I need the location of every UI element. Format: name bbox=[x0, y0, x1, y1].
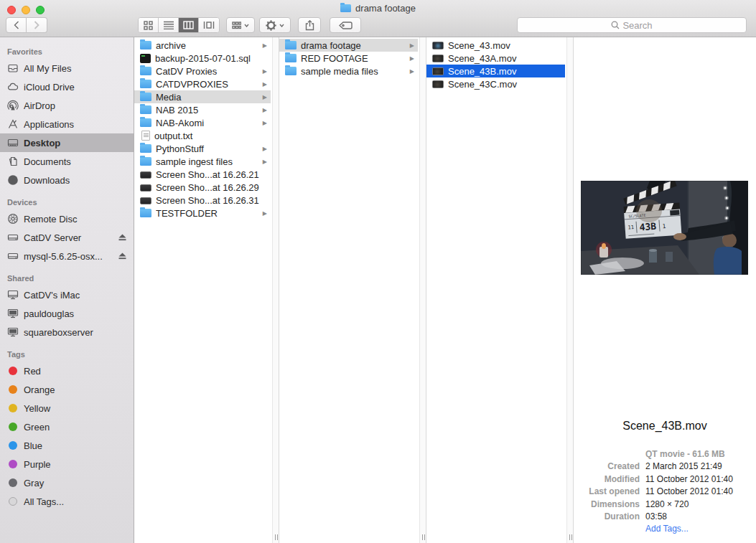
sidebar-tag-green[interactable]: Green bbox=[0, 417, 134, 436]
file-row-catdvproxies[interactable]: CATDVPROXIES▶ bbox=[134, 77, 271, 90]
sidebar-item-pauldouglas[interactable]: pauldouglas bbox=[0, 304, 134, 323]
sidebar-item-desktop[interactable]: Desktop bbox=[0, 133, 134, 152]
search-placeholder: Search bbox=[622, 20, 652, 31]
tag-circle-red bbox=[9, 367, 17, 375]
forward-button[interactable] bbox=[27, 17, 47, 33]
preview-info: QT movie - 61.6 MB Created2 March 2015 2… bbox=[574, 448, 756, 536]
sidebar-tag-red[interactable]: Red bbox=[0, 362, 134, 380]
section-header-favorites: Favorites bbox=[0, 43, 134, 59]
folder-icon bbox=[140, 157, 151, 166]
sidebar-tag-blue[interactable]: Blue bbox=[0, 436, 134, 455]
minimize-button[interactable] bbox=[22, 6, 30, 14]
folder-icon bbox=[140, 93, 151, 101]
file-row-drama-footage[interactable]: drama footage▶ bbox=[279, 39, 418, 52]
column-view-button[interactable] bbox=[179, 18, 199, 32]
column-scrollbar[interactable] bbox=[566, 37, 574, 543]
preview-filename: Scene_43B.mov bbox=[574, 420, 756, 433]
file-row-scene-43c[interactable]: Scene_43C.mov bbox=[426, 77, 565, 90]
column-scrollbar[interactable] bbox=[419, 37, 426, 543]
all-my-files-icon bbox=[7, 62, 19, 74]
external-drive-icon bbox=[7, 232, 19, 243]
folder-icon bbox=[140, 67, 151, 75]
sidebar-item-catdv-server[interactable]: CatDV Server bbox=[0, 228, 134, 247]
coverflow-view-button[interactable] bbox=[199, 18, 219, 32]
column-resize-handle[interactable] bbox=[421, 534, 426, 540]
sidebar-item-documents[interactable]: Documents bbox=[0, 152, 134, 171]
eject-icon[interactable] bbox=[118, 252, 126, 260]
info-row-dimensions: Dimensions1280 × 720 bbox=[574, 499, 756, 511]
file-row-screenshot-1[interactable]: Screen Sho...at 16.26.21 bbox=[134, 168, 271, 181]
file-kind-size: QT movie - 61.6 MB bbox=[645, 448, 725, 461]
action-gear-button[interactable] bbox=[259, 17, 291, 33]
sidebar-tag-yellow[interactable]: Yellow bbox=[0, 399, 134, 417]
tag-button[interactable] bbox=[330, 17, 361, 33]
column-scrollbar[interactable] bbox=[272, 37, 279, 543]
chevron-right-icon: ▶ bbox=[263, 42, 267, 49]
browser-column-1: archive▶ backup-2015-07-01.sql CatDV Pro… bbox=[134, 37, 279, 543]
sidebar-tag-purple[interactable]: Purple bbox=[0, 455, 134, 473]
file-row-nab-2015[interactable]: NAB 2015▶ bbox=[134, 103, 271, 116]
search-input[interactable]: Search bbox=[517, 17, 747, 33]
sidebar-item-icloud-drive[interactable]: iCloud Drive bbox=[0, 77, 134, 96]
file-row-pythonstuff[interactable]: PythonStuff▶ bbox=[134, 142, 271, 155]
file-row-screenshot-2[interactable]: Screen Sho...at 16.26.29 bbox=[134, 181, 271, 194]
info-row-last-opened: Last opened11 October 2012 01:40 bbox=[574, 486, 756, 498]
movie-file-icon bbox=[432, 42, 444, 49]
share-button[interactable] bbox=[298, 17, 321, 33]
share-icon bbox=[305, 20, 314, 31]
file-row-backup-sql[interactable]: backup-2015-07-01.sql bbox=[134, 52, 271, 65]
sidebar-item-mysql-volume[interactable]: mysql-5.6.25-osx... bbox=[0, 247, 134, 265]
sidebar-item-applications[interactable]: Applications bbox=[0, 115, 134, 133]
section-header-devices: Devices bbox=[0, 194, 134, 209]
sidebar-item-squareboxserver[interactable]: squareboxserver bbox=[0, 323, 134, 341]
folder-icon bbox=[285, 41, 297, 49]
tag-icon bbox=[339, 22, 353, 29]
list-view-button[interactable] bbox=[159, 18, 179, 32]
file-row-nab-akomi[interactable]: NAB-Akomi▶ bbox=[134, 116, 271, 129]
movie-preview-thumbnail[interactable]: SC/SLATE 11 43B 1 bbox=[581, 181, 748, 275]
file-row-screenshot-3[interactable]: Screen Sho...at 16.26.31 bbox=[134, 194, 271, 207]
file-row-scene-43a[interactable]: Scene_43A.mov bbox=[426, 52, 565, 65]
imac-icon bbox=[7, 289, 19, 301]
sidebar-item-airdrop[interactable]: AirDrop bbox=[0, 96, 134, 115]
sidebar-tag-orange[interactable]: Orange bbox=[0, 380, 134, 399]
chevron-right-icon: ▶ bbox=[263, 107, 267, 113]
sidebar-item-all-tags[interactable]: All Tags... bbox=[0, 492, 134, 511]
file-row-scene-43b[interactable]: Scene_43B.mov bbox=[426, 65, 565, 77]
close-button[interactable] bbox=[7, 6, 16, 14]
chevron-right-icon: ▶ bbox=[410, 68, 414, 75]
sidebar: Favorites All My Files iCloud Drive AirD… bbox=[0, 37, 134, 543]
sidebar-item-remote-disc[interactable]: Remote Disc bbox=[0, 209, 134, 228]
add-tags-link[interactable]: Add Tags... bbox=[645, 523, 689, 535]
arrange-button[interactable] bbox=[226, 17, 255, 33]
column-resize-handle[interactable] bbox=[274, 534, 279, 540]
view-mode-control bbox=[138, 17, 220, 33]
svg-text:1: 1 bbox=[662, 223, 666, 230]
sql-file-icon bbox=[140, 54, 151, 63]
file-row-output-txt[interactable]: output.txt bbox=[134, 129, 271, 142]
sidebar-item-catdvs-imac[interactable]: CatDV's iMac bbox=[0, 285, 134, 304]
folder-icon bbox=[285, 67, 297, 75]
finder-window: drama footage bbox=[0, 0, 756, 543]
file-row-sample-media-files[interactable]: sample media files▶ bbox=[279, 65, 418, 77]
icon-view-button[interactable] bbox=[139, 18, 159, 32]
file-row-media[interactable]: Media▶ bbox=[134, 90, 271, 103]
file-row-red-footage[interactable]: RED FOOTAGE▶ bbox=[279, 52, 418, 65]
column-resize-handle[interactable] bbox=[568, 534, 574, 540]
file-row-sample-ingest-files[interactable]: sample ingest files▶ bbox=[134, 155, 271, 168]
chevron-right-icon: ▶ bbox=[263, 210, 267, 217]
sidebar-item-downloads[interactable]: Downloads bbox=[0, 171, 134, 189]
file-row-archive[interactable]: archive▶ bbox=[134, 39, 271, 52]
movie-file-icon bbox=[432, 80, 444, 88]
zoom-button[interactable] bbox=[36, 6, 45, 14]
gear-icon bbox=[266, 20, 276, 31]
file-row-scene-43[interactable]: Scene_43.mov bbox=[426, 39, 565, 52]
folder-icon bbox=[140, 144, 151, 153]
svg-text:11: 11 bbox=[627, 225, 634, 231]
file-row-catdv-proxies[interactable]: CatDV Proxies▶ bbox=[134, 65, 271, 77]
file-row-testfolder[interactable]: TESTFOLDER▶ bbox=[134, 207, 271, 219]
sidebar-tag-gray[interactable]: Gray bbox=[0, 473, 134, 492]
sidebar-item-all-my-files[interactable]: All My Files bbox=[0, 59, 134, 77]
back-button[interactable] bbox=[6, 17, 27, 33]
eject-icon[interactable] bbox=[118, 234, 126, 241]
